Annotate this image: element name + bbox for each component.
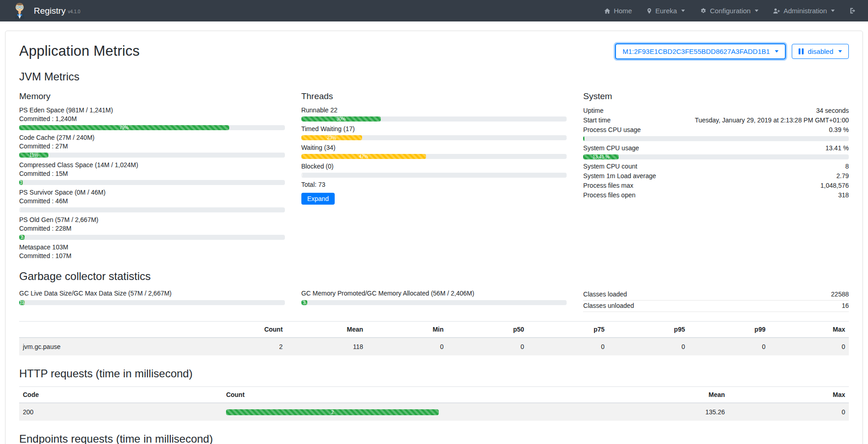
chevron-down-icon xyxy=(838,50,842,53)
row-value: 318 xyxy=(838,191,849,200)
row-label: System CPU usage xyxy=(583,144,639,153)
jhipster-logo-icon xyxy=(12,2,27,20)
metrics-card: Application Metrics M1:2F93E1CBD2C3FE55B… xyxy=(5,31,863,444)
row-value: Tuesday, January 29, 2019 at 2:13:28 PM … xyxy=(695,116,849,125)
chevron-down-icon xyxy=(831,10,835,12)
brand-link[interactable]: Registry v4.1.0 xyxy=(12,2,80,20)
gauge-title: Code Cache (27M / 240M) xyxy=(19,133,285,142)
nav-item-configuration[interactable]: Configuration xyxy=(700,7,758,15)
system-row-system-cpu: System CPU usage 13.41 % xyxy=(583,143,849,153)
column-header: p99 xyxy=(689,322,769,338)
progress-fill: 79% xyxy=(19,125,229,130)
column-header: Count xyxy=(206,322,286,338)
row-label: Process files open xyxy=(583,191,635,200)
row-value: 22588 xyxy=(831,290,849,299)
column-header: Code xyxy=(19,387,222,403)
brand-version: v4.1.0 xyxy=(68,9,80,14)
gauge-title: GC Live Data Size/GC Max Data Size (57M … xyxy=(19,289,285,298)
gauge-title: Waiting (34) xyxy=(301,143,567,152)
row-label: Uptime xyxy=(583,106,603,115)
progress-label: 23% xyxy=(327,135,337,140)
sign-out-icon xyxy=(849,7,856,14)
progress-label: 79% xyxy=(120,125,129,130)
gauge-committed: Committed : 15M xyxy=(19,169,285,178)
nav-item-eureka[interactable]: Eureka xyxy=(647,7,685,15)
gauge-title: Timed Waiting (17) xyxy=(301,125,567,133)
system-column: System Uptime 34 seconds Start time Tues… xyxy=(583,90,849,264)
row-label: Start time xyxy=(583,116,610,125)
nav-item-home[interactable]: Home xyxy=(604,7,632,15)
nav-item-label: Configuration xyxy=(710,7,751,15)
gc-live-data-column: GC Live Data Size/GC Max Data Size (57M … xyxy=(19,289,285,312)
memory-heading: Memory xyxy=(19,91,285,101)
progress-label: 3 xyxy=(303,300,306,305)
gc-promoted-column: GC Memory Promoted/GC Memory Allocated (… xyxy=(301,289,567,312)
refresh-toggle-dropdown[interactable]: disabled xyxy=(792,44,849,59)
memory-gauge-code-cache: Code Cache (27M / 240M) Committed : 27M … xyxy=(19,133,285,158)
progress-fill xyxy=(583,136,584,141)
memory-gauge-eden: PS Eden Space (981M / 1,241M) Committed … xyxy=(19,106,285,130)
row-label: System CPU count xyxy=(583,162,637,171)
progress-track: 13.41 % xyxy=(583,154,849,159)
progress-label: 0 xyxy=(19,207,21,212)
nav-item-administration[interactable]: Administration xyxy=(773,7,835,15)
navbar-menu: Home Eureka Configuration Administration xyxy=(604,7,856,15)
row-value: 34 seconds xyxy=(816,106,849,115)
progress-track xyxy=(583,136,849,141)
jvm-metrics-heading: JVM Metrics xyxy=(19,70,849,83)
progress-track: 3 xyxy=(301,300,567,305)
navbar: Registry v4.1.0 Home Eureka Configuratio… xyxy=(0,0,868,21)
thread-gauge-blocked: Blocked (0) 0 xyxy=(301,162,567,178)
column-header: p50 xyxy=(447,322,528,338)
brand-title: Registry xyxy=(34,6,66,16)
system-row-uptime: Uptime 34 seconds xyxy=(583,106,849,116)
progress-label: 2 xyxy=(21,235,23,240)
gc-classes-column: Classes loaded 22588 Classes unloaded 16 xyxy=(583,289,849,312)
progress-label: 13.41 % xyxy=(593,154,610,159)
instance-selector-dropdown[interactable]: M1:2F93E1CBD2C3FE55BDD8627A3FADD1B1 xyxy=(615,44,785,59)
nav-item-label: Administration xyxy=(784,7,827,15)
row-label: Process CPU usage xyxy=(583,126,641,134)
metric-name: jvm.gc.pause xyxy=(19,338,206,355)
memory-gauge-old-gen: PS Old Gen (57M / 2,667M) Committed : 22… xyxy=(19,216,285,240)
expand-button[interactable]: Expand xyxy=(301,193,335,205)
system-row-cpu-count: System CPU count 8 xyxy=(583,162,849,171)
memory-gauge-metaspace: Metaspace 103M Committed : 107M xyxy=(19,243,285,260)
progress-track: 0 xyxy=(19,207,285,212)
memory-column: Memory PS Eden Space (981M / 1,241M) Com… xyxy=(19,90,285,264)
thread-gauge-waiting: Waiting (34) 47% xyxy=(301,143,567,159)
gc-heading: Garbage collector statistics xyxy=(19,270,849,283)
progress-label: 13 xyxy=(20,300,25,305)
progress-label: 30% xyxy=(337,116,346,122)
refresh-toggle-label: disabled xyxy=(808,48,833,55)
threads-total: Total: 73 xyxy=(301,181,567,188)
progress-label: 0 xyxy=(301,173,303,178)
progress-track: 11% xyxy=(19,153,285,158)
gc-stats-table: Count Mean Min p50 p75 p95 p99 Max jvm.g… xyxy=(19,321,849,355)
column-header: Count xyxy=(222,387,554,403)
system-row-files-max: Process files max 1,048,576 xyxy=(583,181,849,190)
threads-column: Threads Runnable 22 30% Timed Waiting (1… xyxy=(301,90,567,264)
progress-track: 0 xyxy=(301,173,567,178)
gauge-committed: Committed : 107M xyxy=(19,252,285,260)
system-row-start-time: Start time Tuesday, January 29, 2019 at … xyxy=(583,116,849,125)
gauge-committed: Committed : 228M xyxy=(19,224,285,233)
progress-track: 47% xyxy=(301,154,567,159)
http-requests-heading: HTTP requests (time in millisecond) xyxy=(19,367,849,380)
gauge-title: Metaspace 103M xyxy=(19,243,285,252)
progress-label: 47% xyxy=(359,154,368,159)
user-plus-icon xyxy=(773,8,780,14)
chevron-down-icon xyxy=(775,50,779,53)
chevron-down-icon xyxy=(681,10,685,12)
home-icon xyxy=(604,8,610,14)
row-value: 1,048,576 xyxy=(821,181,849,190)
system-row-files-open: Process files open 318 xyxy=(583,190,849,200)
gauge-title: PS Survivor Space (0M / 46M) xyxy=(19,188,285,197)
row-value: 13.41 % xyxy=(826,144,849,153)
row-value: 8 xyxy=(845,162,849,171)
http-code: 200 xyxy=(19,403,222,421)
system-row-process-cpu: Process CPU usage 0.39 % xyxy=(583,125,849,135)
sign-out-button[interactable] xyxy=(849,7,856,14)
pause-icon xyxy=(799,48,804,54)
progress-track: 23% xyxy=(301,135,567,140)
